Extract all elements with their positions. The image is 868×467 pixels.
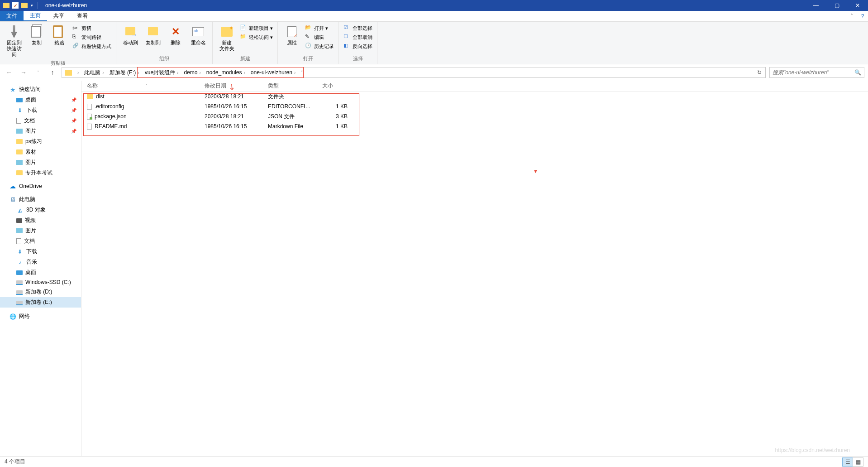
cell-size: 1 KB — [317, 103, 353, 110]
forward-button[interactable]: → — [18, 67, 29, 78]
col-name[interactable]: 名称˄ — [81, 81, 199, 91]
tab-view[interactable]: 查看 — [71, 11, 94, 21]
breadcrumb-item[interactable]: 此电脑› — [82, 69, 107, 77]
table-row[interactable]: dist2020/3/28 18:21文件夹 — [81, 91, 868, 101]
cell-modified: 2020/3/28 18:21 — [199, 93, 262, 100]
breadcrumb-chevron[interactable]: › — [74, 70, 82, 75]
sidebar-item[interactable]: Windows-SSD (C:) — [0, 278, 81, 287]
copyto-button[interactable]: 复制到 — [142, 24, 164, 47]
sidebar-network[interactable]: 🌐网络 — [0, 311, 81, 322]
sidebar-label: 此电脑 — [19, 196, 35, 203]
pin-quick-access-button[interactable]: 固定到 快速访问 — [3, 24, 25, 59]
path-icon: ⎘ — [72, 34, 80, 41]
properties-button[interactable]: 属性 — [281, 24, 303, 47]
pin-icon: 📌 — [71, 118, 76, 123]
select-all-button[interactable]: ☑全部选择 — [342, 24, 374, 33]
refresh-button[interactable]: ↻ — [754, 69, 764, 76]
collapse-ribbon-icon[interactable]: ˄ — [846, 11, 857, 21]
search-icon[interactable]: 🔍 — [854, 69, 861, 76]
close-button[interactable]: ✕ — [847, 0, 868, 11]
sidebar-item[interactable]: 图片 — [0, 157, 81, 168]
breadcrumb-item[interactable]: demo› — [182, 69, 204, 76]
pin-icon: 📌 — [71, 97, 76, 102]
table-row[interactable]: README.md1985/10/26 16:15Markdown File1 … — [81, 121, 868, 131]
col-modified[interactable]: 修改日期 — [199, 81, 262, 91]
sidebar-item[interactable]: 新加卷 (D:) — [0, 287, 81, 297]
invert-selection-button[interactable]: ◧反向选择 — [342, 42, 374, 51]
copy-button[interactable]: 复制 — [25, 24, 48, 47]
edit-button[interactable]: ✎编辑 — [303, 33, 336, 42]
sidebar-item[interactable]: 图片 — [0, 226, 81, 236]
open-button[interactable]: 📂打开 ▾ — [303, 24, 336, 33]
sidebar-item[interactable]: 素材 — [0, 147, 81, 157]
moveto-button[interactable]: →移动到 — [119, 24, 142, 47]
recent-dropdown-icon[interactable]: ˅ — [33, 67, 43, 78]
tab-file[interactable]: 文件 — [0, 11, 24, 21]
cut-button[interactable]: ✂剪切 — [71, 24, 113, 33]
sidebar-thispc[interactable]: 🖥此电脑 — [0, 194, 81, 205]
open-label: 打开 ▾ — [314, 25, 328, 32]
table-row[interactable]: package.json2020/3/28 18:21JSON 文件3 KB — [81, 111, 868, 121]
sidebar-item[interactable]: ♪音乐 — [0, 257, 81, 267]
qat-dropdown-icon[interactable]: ▾ — [30, 3, 34, 8]
search-box[interactable]: 🔍 — [769, 67, 864, 78]
rename-label: 重命名 — [191, 40, 206, 46]
annotation-mark: ▼ — [533, 169, 538, 174]
properties-icon[interactable]: ✓ — [12, 2, 19, 9]
sidebar-item-label: 3D 对象 — [26, 206, 46, 214]
breadcrumb-item[interactable]: node_modules› — [205, 69, 249, 76]
easy-access-button[interactable]: 📁轻松访问 ▾ — [238, 33, 275, 42]
music-icon: ♪ — [16, 259, 24, 265]
address-bar[interactable]: › 此电脑›新加卷 (E:)›vue封装组件›demo›node_modules… — [62, 67, 766, 78]
tab-share[interactable]: 共享 — [47, 11, 71, 21]
up-button[interactable]: ↑ — [47, 67, 58, 78]
ribbon-group-new: 新建 文件夹 📄新建项目 ▾ 📁轻松访问 ▾ 新建 — [213, 22, 278, 64]
back-button[interactable]: ← — [4, 67, 14, 78]
copy-label: 复制 — [32, 40, 42, 46]
file-list: 名称˄ 修改日期 类型 大小 dist2020/3/28 18:21文件夹.ed… — [81, 81, 868, 456]
cell-type: 文件夹 — [262, 93, 317, 101]
tab-home[interactable]: 主页 — [24, 11, 47, 21]
history-button[interactable]: 🕑历史记录 — [303, 42, 336, 51]
col-type[interactable]: 类型 — [262, 81, 317, 91]
sidebar-quick-access[interactable]: ★快速访问 — [0, 84, 81, 95]
sidebar-item[interactable]: ⬇下载 — [0, 246, 81, 257]
breadcrumb-item[interactable]: vue封装组件› — [143, 69, 182, 77]
maximize-button[interactable]: ▢ — [826, 0, 847, 11]
sidebar-item[interactable]: 桌面📌 — [0, 95, 81, 105]
sidebar-item[interactable]: 文档📌 — [0, 116, 81, 126]
sidebar-item[interactable]: 专升本考试 — [0, 168, 81, 178]
address-dropdown-icon[interactable]: ˅ — [299, 70, 305, 75]
delete-button[interactable]: ✕删除 — [164, 24, 187, 47]
sidebar-item[interactable]: ⬇下载📌 — [0, 105, 81, 116]
paste-button[interactable]: 粘贴 — [48, 24, 71, 47]
cell-type: EDITORCONFIG ... — [262, 103, 317, 110]
breadcrumb-item[interactable]: one-ui-weizhuren› — [249, 69, 299, 76]
new-folder-button[interactable]: 新建 文件夹 — [215, 24, 238, 53]
copy-path-button[interactable]: ⎘复制路径 — [71, 33, 113, 42]
breadcrumb-item[interactable]: 新加卷 (E:)› — [108, 69, 143, 77]
column-headers: 名称˄ 修改日期 类型 大小 — [81, 81, 868, 91]
minimize-button[interactable]: — — [806, 0, 826, 11]
new-item-button[interactable]: 📄新建项目 ▾ — [238, 24, 275, 33]
help-icon[interactable]: ? — [857, 11, 868, 21]
details-view-button[interactable]: ☰ — [842, 457, 853, 467]
sidebar-item[interactable]: 图片📌 — [0, 126, 81, 136]
paste-shortcut-button[interactable]: 🔗粘贴快捷方式 — [71, 42, 113, 51]
search-input[interactable] — [773, 69, 854, 76]
sidebar-item[interactable]: 新加卷 (E:) — [0, 297, 81, 308]
selectall-icon: ☑ — [343, 24, 351, 32]
sidebar-item[interactable]: 文档 — [0, 236, 81, 246]
sidebar-item[interactable]: ◭3D 对象 — [0, 205, 81, 215]
sidebar-item[interactable]: 视频 — [0, 215, 81, 226]
folder-icon — [16, 170, 23, 175]
sidebar-item[interactable]: 桌面 — [0, 267, 81, 278]
group-label: 选择 — [342, 54, 374, 63]
col-size[interactable]: 大小 — [317, 81, 353, 91]
table-row[interactable]: .editorconfig1985/10/26 16:15EDITORCONFI… — [81, 101, 868, 111]
select-none-button[interactable]: ☐全部取消 — [342, 33, 374, 42]
sidebar-onedrive[interactable]: ☁OneDrive — [0, 182, 81, 191]
icons-view-button[interactable]: ▦ — [853, 457, 863, 467]
sidebar-item[interactable]: ps练习 — [0, 136, 81, 147]
rename-button[interactable]: 重命名 — [187, 24, 210, 47]
